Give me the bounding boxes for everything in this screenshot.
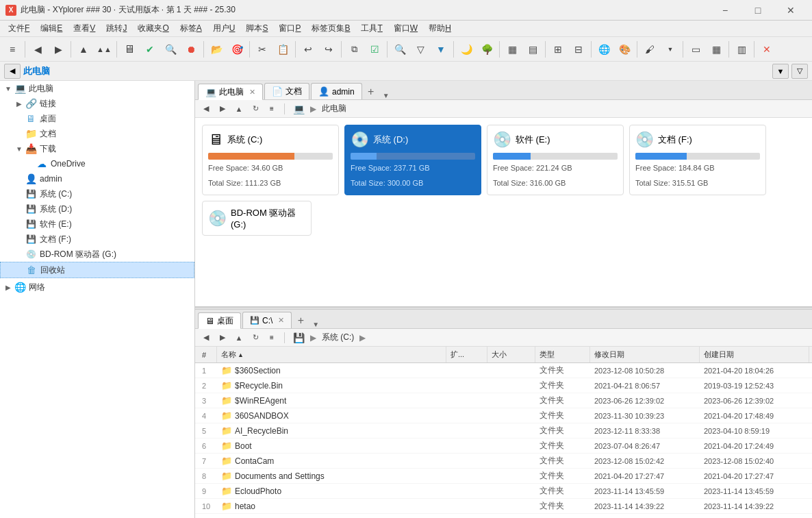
expand-icon[interactable]: ▼ — [3, 83, 14, 94]
th-created[interactable]: 创建日期 — [700, 347, 809, 362]
computer-icon[interactable]: 🖥 — [120, 40, 139, 59]
forward-button[interactable]: ▶ — [49, 40, 68, 59]
table-row[interactable]: 10 📁 hetao 文件夹 2023-11-14 14:39:22 2023-… — [195, 499, 812, 514]
target-icon[interactable]: 🎯 — [227, 40, 246, 59]
sidebar-item-network[interactable]: ▶ 🌐 网络 — [0, 280, 194, 295]
drive-card-e[interactable]: 💿 软件 (E:) Free Space: 221.24 GB Total Si… — [487, 125, 624, 195]
lower-path-segment-c[interactable]: 系统 (C:) — [319, 331, 357, 344]
th-num[interactable]: # — [198, 347, 217, 362]
menu-window-w[interactable]: 窗口W — [388, 21, 423, 36]
cut-icon[interactable]: ✂ — [253, 40, 272, 59]
menu-tools[interactable]: 工具T — [355, 21, 388, 36]
check-icon[interactable]: ✔ — [140, 40, 160, 59]
top-filter-button[interactable]: ▽ — [791, 64, 808, 79]
expand-links-icon[interactable]: ▶ — [14, 98, 25, 109]
close-button[interactable]: ✕ — [775, 0, 807, 21]
menu-help[interactable]: 帮助H — [423, 21, 457, 36]
path-segment-computer[interactable]: 此电脑 — [319, 102, 349, 115]
up-button[interactable]: ▲ — [74, 40, 93, 59]
menu-script[interactable]: 脚本S — [240, 21, 273, 36]
globe-icon[interactable]: 🌐 — [594, 40, 613, 59]
lower-back-button[interactable]: ◀ — [199, 331, 213, 345]
menu-user[interactable]: 用户U — [207, 21, 241, 36]
redo-icon[interactable]: ↪ — [319, 40, 338, 59]
sidebar-item-docs[interactable]: 📁 文档 — [0, 126, 194, 141]
lower-tab-c[interactable]: 💾 C:\ ✕ — [242, 312, 292, 328]
tab-computer-close[interactable]: ✕ — [249, 88, 255, 97]
menu-window-p[interactable]: 窗口P — [273, 21, 306, 36]
path-computer-icon[interactable]: 💻 — [290, 103, 307, 115]
menu-jump[interactable]: 跳转J — [101, 21, 132, 36]
pane1-icon[interactable]: ▥ — [732, 40, 751, 59]
lower-path-drive-icon[interactable]: 💾 — [290, 332, 307, 344]
table-row[interactable]: 3 📁 $WinREAgent 文件夹 2023-06-26 12:39:02 … — [195, 393, 812, 408]
lower-forward-button[interactable]: ▶ — [216, 331, 229, 345]
tab-docs[interactable]: 📄 文档 — [264, 83, 309, 99]
drive-card-f[interactable]: 💿 文档 (F:) Free Space: 184.84 GB Total Si… — [629, 125, 766, 195]
sidebar-item-desktop[interactable]: 🖥 桌面 — [0, 111, 194, 126]
sidebar-item-computer[interactable]: ▼ 💻 此电脑 — [0, 81, 194, 96]
sidebar-item-d[interactable]: 💾 系统 (D:) — [0, 201, 194, 217]
tick-icon[interactable]: ☑ — [365, 40, 384, 59]
table-row[interactable]: 1 📁 $360Section 文件夹 2023-12-08 10:50:28 … — [195, 363, 812, 378]
lower-tab-dropdown-button[interactable]: ▼ — [309, 321, 322, 328]
up-button2[interactable]: ▲▲ — [94, 40, 114, 59]
sidebar-item-f[interactable]: 💾 文档 (F:) — [0, 232, 194, 247]
back-button[interactable]: ◀ — [28, 40, 47, 59]
expand-downloads-icon[interactable]: ▼ — [14, 143, 25, 154]
tab-admin[interactable]: 👤 admin — [311, 83, 362, 99]
top-back-button[interactable]: ◀ — [4, 64, 21, 79]
lower-up-button[interactable]: ▲ — [232, 331, 246, 345]
grid1-icon[interactable]: ▦ — [503, 40, 522, 59]
view1-icon[interactable]: ▭ — [686, 40, 705, 59]
filter-search-icon[interactable]: 🔍 — [390, 40, 409, 59]
table-row[interactable]: 6 📁 Boot 文件夹 2023-07-04 8:26:47 2021-04-… — [195, 439, 812, 454]
sidebar-item-downloads[interactable]: ▼ 📥 下载 — [0, 141, 194, 156]
table-row[interactable]: 9 📁 EcloudPhoto 文件夹 2023-11-14 13:45:59 … — [195, 484, 812, 499]
th-size[interactable]: 大小 — [487, 347, 535, 362]
undo-icon[interactable]: ↩ — [299, 40, 318, 59]
maximize-button[interactable]: □ — [742, 0, 774, 21]
moon-icon[interactable]: 🌙 — [457, 40, 476, 59]
table-row[interactable]: 4 📁 360SANDBOX 文件夹 2023-11-30 10:39:23 2… — [195, 408, 812, 423]
grid2-icon[interactable]: ▤ — [523, 40, 542, 59]
menu-tabset[interactable]: 标签页集B — [306, 21, 355, 36]
sidebar-item-c[interactable]: 💾 系统 (C:) — [0, 186, 194, 201]
filter2-icon[interactable]: ▼ — [431, 40, 451, 59]
drive-card-c[interactable]: 🖥 系统 (C:) Free Space: 34.60 GB Total Siz… — [202, 125, 339, 195]
table-row[interactable]: 5 📁 AI_RecycleBin 文件夹 2023-12-11 8:33:38… — [195, 423, 812, 439]
upper-forward-button[interactable]: ▶ — [216, 102, 229, 116]
folder-browse-icon[interactable]: 📂 — [207, 40, 226, 59]
sidebar-item-onedrive[interactable]: ☁ OneDrive — [0, 156, 194, 171]
menu-file[interactable]: 文件F — [3, 21, 35, 36]
hamburger-icon[interactable]: ≡ — [3, 40, 22, 59]
palette-icon[interactable]: 🎨 — [615, 40, 634, 59]
table-row[interactable]: 2 📁 $Recycle.Bin 文件夹 2021-04-21 8:06:57 … — [195, 378, 812, 393]
sidebar-item-recycle[interactable]: 🗑 回收站 — [0, 262, 194, 278]
top-dropdown-button[interactable]: ▼ — [772, 64, 789, 79]
menu-view[interactable]: 查看V — [68, 21, 101, 36]
copy-icon[interactable]: 📋 — [273, 40, 292, 59]
table-row[interactable]: 8 📁 Documents and Settings 文件夹 2021-04-2… — [195, 469, 812, 484]
settings-icon[interactable]: ✕ — [757, 40, 776, 59]
menu-edit[interactable]: 编辑E — [35, 21, 68, 36]
tab-add-button[interactable]: + — [364, 84, 379, 99]
tab-dropdown-button[interactable]: ▼ — [380, 92, 392, 99]
paint-dropdown[interactable]: ▼ — [661, 40, 680, 59]
sidebar-item-e[interactable]: 💾 软件 (E:) — [0, 217, 194, 232]
minimize-button[interactable]: − — [709, 0, 741, 21]
th-ext[interactable]: 扩... — [446, 347, 487, 362]
sidebar-item-links[interactable]: ▶ 🔗 链接 — [0, 96, 194, 111]
record-icon[interactable]: ⏺ — [181, 40, 201, 59]
upper-up-button[interactable]: ▲ — [232, 102, 246, 116]
drive-card-d[interactable]: 💿 系统 (D:) Free Space: 237.71 GB Total Si… — [344, 125, 481, 195]
tree-icon[interactable]: 🌳 — [477, 40, 496, 59]
th-modified[interactable]: 修改日期 — [590, 347, 700, 362]
search-icon[interactable]: 🔍 — [161, 40, 180, 59]
filter-icon[interactable]: ▽ — [411, 40, 430, 59]
th-type[interactable]: 类型 — [535, 347, 590, 362]
sidebar-item-g[interactable]: 💿 BD-ROM 驱动器 (G:) — [0, 247, 194, 262]
paint-icon[interactable]: 🖌 — [640, 40, 659, 59]
lower-refresh-button[interactable]: ↻ — [249, 331, 262, 345]
grid4-icon[interactable]: ⊟ — [569, 40, 588, 59]
